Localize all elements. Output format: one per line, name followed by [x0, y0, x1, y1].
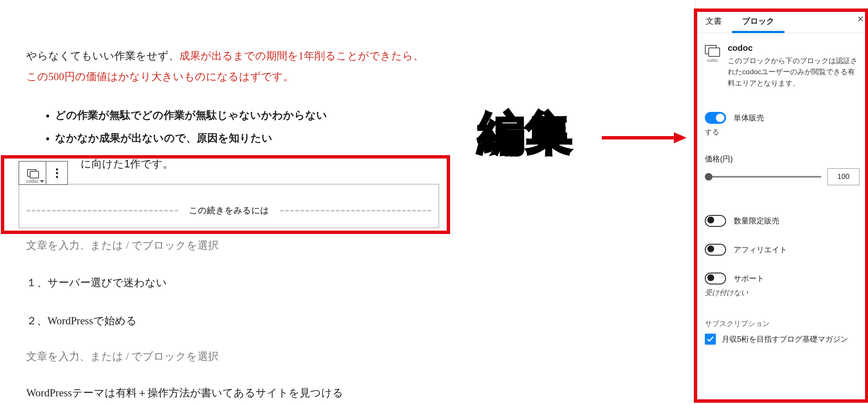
paragraph[interactable]: WordPressテーマは有料＋操作方法が書いてあるサイトを見つける [26, 386, 343, 400]
check-icon [707, 335, 714, 343]
paragraph[interactable]: ２、WordPressで始める [26, 314, 137, 328]
paragraph-fragment: に向けた1作です。 [81, 157, 173, 171]
block-toolbar: codoc [19, 161, 68, 185]
setting-support: サポート 受け付けない [705, 273, 860, 298]
codoc-icon [27, 169, 38, 177]
toggle-support[interactable] [705, 273, 726, 284]
svg-marker-1 [674, 132, 687, 143]
list-item[interactable]: どの作業が無駄でどの作業が無駄じゃないかわからない [55, 105, 425, 126]
dashed-line [280, 210, 431, 212]
paragraph-text: やらなくてもいい作業をせず、 [26, 50, 179, 61]
block-header: codoc codoc このブロックから下のブロックは認証されたcodocユーザ… [696, 33, 868, 91]
codoc-block[interactable]: この続きをみるには [19, 184, 439, 228]
codoc-icon-label: codoc [705, 58, 720, 63]
content-column: やらなくてもいい作業をせず、成果が出るまでの期間を1年削ることができたら、この5… [26, 46, 425, 149]
block-placeholder[interactable]: 文章を入力、または / でブロックを選択 [26, 238, 219, 252]
block-settings: 単体販売 する 価格(円) 100 数量限定販売 アフィリエイト [696, 91, 868, 345]
toggle-sublabel: 受け付けない [705, 288, 860, 298]
toggle-label: 単体販売 [734, 113, 764, 123]
list-item[interactable]: なかなか成果が出ないので、原因を知りたい [55, 128, 425, 149]
bullet-list[interactable]: どの作業が無駄でどの作業が無駄じゃないかわからない なかなか成果が出ないので、原… [55, 105, 425, 149]
kebab-icon [56, 168, 58, 178]
codoc-icon-label: codoc [19, 178, 46, 184]
codoc-divider: この続きをみるには [27, 205, 431, 216]
setting-affiliate: アフィリエイト [705, 244, 860, 256]
codoc-divider-label: この続きをみるには [178, 205, 280, 216]
setting-single-sale: 単体販売 する [705, 112, 860, 137]
sidebar-tabs: 文書 ブロック × [696, 5, 868, 33]
tab-block[interactable]: ブロック [732, 9, 785, 33]
toggle-single-sale[interactable] [705, 112, 726, 124]
toggle-label: 数量限定販売 [734, 216, 779, 226]
paragraph[interactable]: １、サーバー選びで迷わない [26, 276, 167, 290]
slider-thumb[interactable] [705, 173, 712, 181]
toggle-affiliate[interactable] [705, 244, 726, 256]
toggle-label: アフィリエイト [734, 245, 787, 255]
settings-sidebar: 文書 ブロック × codoc codoc このブロックから下のブロックは認証さ… [695, 0, 868, 404]
codoc-icon: codoc [705, 45, 720, 57]
subscription-item[interactable]: 月収5桁を目指すブログ基礎マガジン [705, 334, 860, 345]
toggle-limited[interactable] [705, 215, 726, 227]
block-more-button[interactable] [46, 162, 67, 184]
subscription-name: 月収5桁を目指すブログ基礎マガジン [722, 334, 848, 344]
toggle-label: サポート [734, 273, 764, 284]
block-description: このブロックから下のブロックは認証されたcodocユーザーのみが閲覧できる有料エ… [728, 56, 860, 89]
editor-canvas: やらなくてもいい作業をせず、成果が出るまでの期間を1年削ることができたら、この5… [0, 0, 695, 404]
price-input[interactable]: 100 [827, 168, 860, 185]
checkbox-checked[interactable] [705, 334, 716, 345]
annotation-arrow [602, 132, 687, 143]
price-label: 価格(円) [705, 154, 860, 164]
setting-limited: 数量限定販売 [705, 215, 860, 227]
annotation-frame-codoc: に向けた1作です。 codoc この続きをみるには [1, 155, 450, 234]
annotation-label: 編集 [478, 102, 573, 165]
block-placeholder[interactable]: 文章を入力、または / でブロックを選択 [26, 349, 219, 363]
paragraph[interactable]: やらなくてもいい作業をせず、成果が出るまでの期間を1年削ることができたら、この5… [26, 46, 425, 87]
section-subscription-label: サブスクリプション [705, 319, 860, 329]
block-name: codoc [728, 43, 860, 53]
dashed-line [27, 210, 178, 212]
toggle-sublabel: する [705, 127, 860, 137]
setting-price: 価格(円) 100 [705, 154, 860, 185]
price-slider[interactable] [705, 176, 821, 178]
close-icon[interactable]: × [857, 12, 868, 25]
tab-document[interactable]: 文書 [696, 9, 732, 33]
block-type-button[interactable]: codoc [19, 162, 46, 184]
